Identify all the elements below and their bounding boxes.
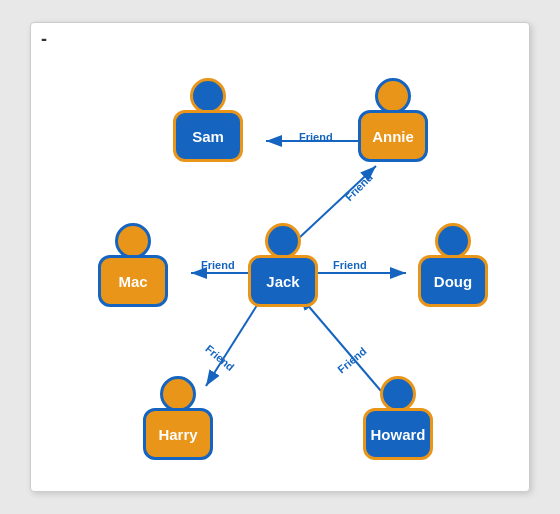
mac-body: Mac xyxy=(98,255,168,307)
sam-body: Sam xyxy=(173,110,243,162)
annie-body: Annie xyxy=(358,110,428,162)
jack-head xyxy=(265,223,301,259)
node-doug[interactable]: Doug xyxy=(413,223,493,307)
annie-head xyxy=(375,78,411,114)
edge-label-annie-sam: Friend xyxy=(299,131,333,143)
edge-label-jack-doug: Friend xyxy=(333,259,367,271)
node-sam[interactable]: Sam xyxy=(168,78,248,162)
edge-label-howard-jack: Friend xyxy=(335,345,368,376)
harry-body: Harry xyxy=(143,408,213,460)
minus-icon[interactable]: - xyxy=(41,29,47,50)
howard-body: Howard xyxy=(363,408,433,460)
howard-head xyxy=(380,376,416,412)
doug-body: Doug xyxy=(418,255,488,307)
edge-label-jack-harry: Friend xyxy=(203,342,236,373)
harry-head xyxy=(160,376,196,412)
node-annie[interactable]: Annie xyxy=(353,78,433,162)
node-harry[interactable]: Harry xyxy=(138,376,218,460)
jack-body: Jack xyxy=(248,255,318,307)
node-mac[interactable]: Mac xyxy=(93,223,173,307)
node-jack[interactable]: Jack xyxy=(243,223,323,307)
edge-label-jack-annie: Friend xyxy=(343,171,375,203)
graph-canvas: - Friend Friend Friend Friend Friend Fri… xyxy=(30,22,530,492)
mac-head xyxy=(115,223,151,259)
sam-head xyxy=(190,78,226,114)
edge-label-jack-mac: Friend xyxy=(201,259,235,271)
doug-head xyxy=(435,223,471,259)
node-howard[interactable]: Howard xyxy=(358,376,438,460)
